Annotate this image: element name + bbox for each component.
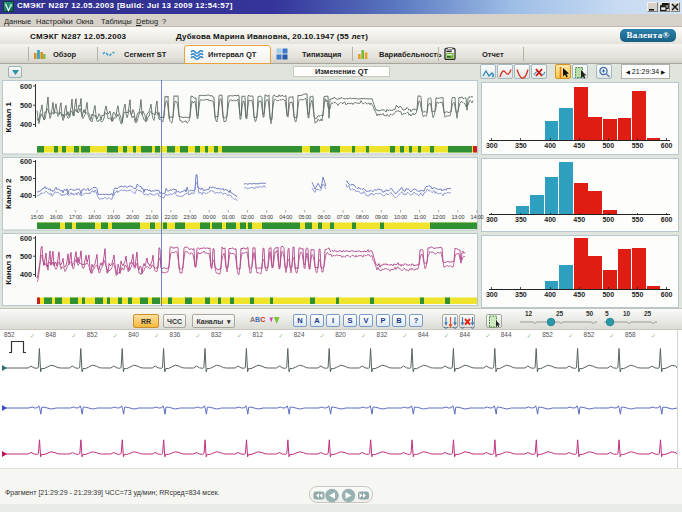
svg-text:01:00: 01:00	[222, 214, 235, 220]
svg-text:840: 840	[128, 331, 139, 338]
svg-text:852: 852	[542, 331, 553, 338]
svg-text:18:00: 18:00	[88, 214, 101, 220]
svg-text:550: 550	[632, 142, 644, 149]
svg-text:832: 832	[211, 331, 222, 338]
svg-text:✓: ✓	[568, 332, 573, 339]
svg-text:✓: ✓	[361, 332, 366, 339]
svg-text:836: 836	[170, 331, 181, 338]
svg-text:06:00: 06:00	[318, 214, 331, 220]
svg-text:✓: ✓	[237, 332, 242, 339]
svg-text:852: 852	[4, 331, 15, 338]
svg-text:844: 844	[501, 331, 512, 338]
svg-text:300: 300	[486, 216, 498, 223]
svg-text:21:00: 21:00	[145, 214, 158, 220]
svg-text:09:00: 09:00	[375, 214, 388, 220]
svg-text:500: 500	[20, 174, 32, 183]
svg-text:350: 350	[515, 291, 527, 298]
svg-text:✓: ✓	[196, 332, 201, 339]
svg-text:✓: ✓	[30, 332, 35, 339]
svg-text:500: 500	[602, 216, 614, 223]
svg-text:844: 844	[459, 331, 470, 338]
svg-text:820: 820	[335, 331, 346, 338]
svg-text:600: 600	[20, 234, 32, 243]
svg-text:600: 600	[20, 157, 32, 166]
svg-text:23:00: 23:00	[184, 214, 197, 220]
svg-text:20:00: 20:00	[126, 214, 139, 220]
svg-text:400: 400	[544, 291, 556, 298]
svg-text:14:00: 14:00	[471, 214, 484, 220]
svg-text:✓: ✓	[444, 332, 449, 339]
svg-text:600: 600	[661, 291, 673, 298]
svg-text:Канал 1: Канал 1	[4, 101, 13, 132]
svg-text:✓: ✓	[610, 332, 615, 339]
svg-text:450: 450	[573, 216, 585, 223]
svg-text:15:00: 15:00	[31, 214, 44, 220]
svg-text:550: 550	[632, 291, 644, 298]
svg-text:848: 848	[45, 331, 56, 338]
svg-text:10:00: 10:00	[394, 214, 407, 220]
svg-text:500: 500	[20, 252, 32, 261]
svg-text:450: 450	[573, 142, 585, 149]
svg-text:600: 600	[661, 216, 673, 223]
svg-text:350: 350	[515, 142, 527, 149]
svg-text:✓: ✓	[527, 332, 532, 339]
svg-text:400: 400	[20, 191, 32, 200]
svg-text:300: 300	[486, 291, 498, 298]
svg-text:16:00: 16:00	[50, 214, 63, 220]
svg-text:11:00: 11:00	[413, 214, 425, 220]
svg-text:03:00: 03:00	[260, 214, 273, 220]
svg-text:300: 300	[486, 142, 498, 149]
svg-text:550: 550	[632, 216, 644, 223]
svg-text:05:00: 05:00	[298, 214, 311, 220]
svg-text:✓: ✓	[154, 332, 159, 339]
svg-text:350: 350	[515, 216, 527, 223]
svg-text:✓: ✓	[485, 332, 490, 339]
svg-text:19:00: 19:00	[107, 214, 120, 220]
svg-text:812: 812	[252, 331, 263, 338]
svg-text:400: 400	[544, 142, 556, 149]
svg-text:400: 400	[20, 270, 32, 279]
svg-text:02:00: 02:00	[241, 214, 254, 220]
svg-text:Канал 3: Канал 3	[4, 254, 13, 285]
svg-text:400: 400	[544, 216, 556, 223]
svg-text:22:00: 22:00	[165, 214, 178, 220]
svg-text:04:00: 04:00	[279, 214, 292, 220]
svg-text:500: 500	[602, 142, 614, 149]
svg-text:450: 450	[573, 291, 585, 298]
svg-text:✓: ✓	[403, 332, 408, 339]
svg-text:852: 852	[87, 331, 98, 338]
svg-text:Канал 2: Канал 2	[4, 178, 13, 209]
svg-text:500: 500	[20, 101, 32, 110]
svg-text:✓: ✓	[71, 332, 76, 339]
svg-text:07:00: 07:00	[337, 214, 350, 220]
svg-text:400: 400	[20, 120, 32, 129]
svg-text:858: 858	[625, 331, 636, 338]
svg-text:600: 600	[661, 142, 673, 149]
svg-text:08:00: 08:00	[356, 214, 369, 220]
svg-text:600: 600	[20, 82, 32, 91]
svg-text:852: 852	[584, 331, 595, 338]
svg-text:824: 824	[294, 331, 305, 338]
svg-text:17:00: 17:00	[69, 214, 82, 220]
svg-text:13:00: 13:00	[452, 214, 465, 220]
svg-text:00:00: 00:00	[203, 214, 216, 220]
svg-text:844: 844	[418, 331, 429, 338]
svg-text:500: 500	[602, 291, 614, 298]
svg-text:832: 832	[377, 331, 388, 338]
svg-text:✓: ✓	[651, 332, 656, 339]
svg-text:✓: ✓	[320, 332, 325, 339]
svg-text:✓: ✓	[278, 332, 283, 339]
svg-text:✓: ✓	[113, 332, 118, 339]
svg-text:12:00: 12:00	[432, 214, 445, 220]
